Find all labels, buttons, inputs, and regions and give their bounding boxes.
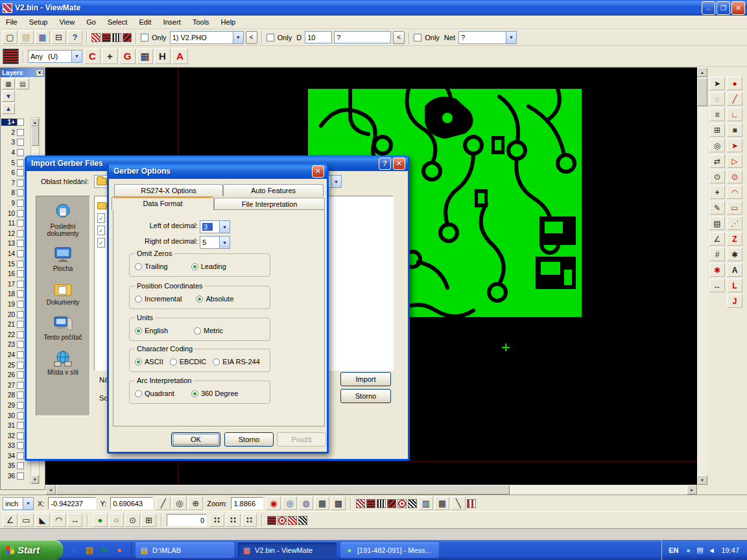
place-network[interactable]: Místa v síti [38, 350, 88, 376]
grid-1-icon[interactable]: ▦ [314, 496, 329, 510]
layer-visibility-box[interactable] [17, 119, 24, 126]
layer-visibility-box[interactable] [17, 129, 24, 136]
dropdown-arrow-icon[interactable] [233, 32, 243, 43]
letter-c-icon[interactable]: C [84, 49, 101, 64]
ring-icon[interactable]: ◌ [709, 92, 725, 106]
pat-2-icon[interactable] [267, 516, 276, 525]
ie-icon[interactable]: e [68, 544, 81, 557]
ruler-icon[interactable]: ▭ [19, 513, 34, 527]
new-doc-icon[interactable]: ▢ [3, 30, 18, 44]
arc2-icon[interactable]: ◠ [51, 513, 66, 527]
layer-visibility-box[interactable] [17, 422, 24, 429]
pat-6-icon[interactable] [298, 516, 307, 525]
layer-visibility-box[interactable] [17, 311, 24, 318]
only-layer-checkbox[interactable] [141, 34, 148, 41]
minimize-button[interactable] [702, 1, 715, 15]
grid-4-icon[interactable]: ▦ [434, 496, 449, 510]
save-icon[interactable]: ▦ [35, 30, 50, 44]
menu-file[interactable]: File [0, 17, 23, 27]
menu-help[interactable]: Help [215, 17, 242, 27]
layer-visibility-box[interactable] [17, 220, 24, 227]
letter-a2-icon[interactable]: A [727, 263, 742, 277]
scroll-left-icon[interactable] [45, 485, 56, 495]
units-select[interactable]: inch [3, 497, 34, 510]
scroll-right-icon[interactable] [687, 485, 697, 495]
only-dcode-checkbox[interactable] [267, 34, 274, 41]
layers-close-icon[interactable] [36, 69, 43, 76]
dot-icon[interactable]: ● [727, 76, 742, 90]
radio-english[interactable]: English [135, 327, 168, 334]
pat-4-icon[interactable] [387, 499, 396, 508]
layer-table-icon[interactable] [2, 78, 15, 89]
layer-visibility-box[interactable] [17, 452, 24, 460]
tab-auto-features[interactable]: Auto Features [223, 184, 324, 196]
layer-visibility-box[interactable] [17, 391, 24, 399]
layer-visibility-box[interactable] [17, 371, 24, 379]
zoom-fit-icon[interactable]: ◍ [298, 496, 313, 510]
diag-icon[interactable]: ╱ [156, 496, 171, 510]
menu-tools[interactable]: Tools [187, 17, 215, 27]
layer-row[interactable]: 3 [1, 137, 30, 148]
zoom-sm-icon[interactable]: ⊙ [709, 170, 725, 183]
layer-visibility-box[interactable] [17, 189, 24, 196]
dcode-input[interactable]: 10 [305, 31, 332, 43]
title-bar[interactable]: V2.bin - ViewMate [0, 0, 747, 16]
layer-visibility-box[interactable] [17, 432, 24, 439]
hook-icon[interactable]: J [727, 294, 742, 308]
sel-e-icon[interactable] [3, 49, 19, 64]
sel-a-icon[interactable] [91, 33, 101, 42]
layer-row[interactable]: 2 [1, 128, 30, 138]
target2-icon[interactable]: ◎ [172, 496, 187, 510]
grid-icon[interactable]: ▦ [137, 49, 153, 64]
arc-icon[interactable]: ◠ [727, 185, 742, 199]
tray-a-icon[interactable]: ● [683, 545, 693, 555]
layer-move-up-icon[interactable] [2, 103, 15, 114]
zig-icon[interactable]: Z [727, 232, 742, 246]
go-icon[interactable]: ➤ [98, 544, 111, 557]
corner-icon[interactable]: ∟ [727, 108, 742, 121]
canvas-vertical-scrollbar[interactable] [697, 67, 707, 485]
pat-1-icon[interactable] [356, 499, 365, 508]
note-icon[interactable]: ✎ [709, 201, 725, 215]
layer-visibility-box[interactable] [17, 281, 24, 288]
meas-icon[interactable]: ∠ [709, 232, 725, 246]
radio-absolute[interactable]: Absolute [196, 295, 233, 303]
layer-visibility-box[interactable] [17, 169, 24, 176]
layer-visibility-box[interactable] [17, 321, 24, 328]
angle-icon[interactable]: ∠ [3, 513, 18, 527]
gerber-close-button[interactable] [312, 165, 324, 178]
scroll-thumb[interactable] [56, 485, 510, 495]
gerber-cancel-button[interactable]: Storno [224, 432, 274, 447]
radio-quadrant[interactable]: Quadrant [135, 390, 174, 397]
cursor-icon[interactable]: ➤ [709, 76, 725, 90]
left-of-decimal-select[interactable]: 3 [200, 220, 230, 233]
start-button[interactable]: Start [0, 540, 63, 560]
rect-icon[interactable]: ▭ [727, 201, 742, 215]
task-mlab[interactable]: D:\MLAB [136, 542, 234, 558]
layer-visibility-box[interactable] [17, 290, 24, 298]
folder-icon[interactable]: ▤ [83, 544, 96, 557]
prev-layer-button[interactable]: < [246, 31, 257, 44]
layer-visibility-box[interactable] [17, 149, 24, 156]
help-button[interactable]: ? [379, 158, 391, 170]
tray-c-icon[interactable]: ◄ [706, 545, 717, 555]
layer-visibility-box[interactable] [17, 341, 24, 348]
grid-sm-icon[interactable]: ⊞ [709, 123, 725, 137]
layers-icon[interactable]: ▤ [709, 216, 725, 230]
layer-visibility-box[interactable] [17, 301, 24, 308]
apply-button[interactable]: Použít [277, 432, 326, 447]
prev-dcode-button[interactable]: < [393, 31, 405, 44]
place-documents[interactable]: Dokumenty [38, 281, 88, 306]
radio-ascii[interactable]: ASCII [135, 358, 163, 366]
tri-icon[interactable]: ▷ [727, 154, 742, 168]
any-filter-select[interactable]: Any (U) [28, 50, 82, 63]
layer-visibility-box[interactable] [17, 240, 24, 247]
stretch-icon[interactable]: H [154, 49, 171, 64]
scroll-down-icon[interactable] [697, 475, 707, 485]
restore-button[interactable] [717, 1, 730, 15]
layer-visibility-box[interactable] [17, 412, 24, 419]
radio-360-degree[interactable]: 360 Degree [191, 390, 239, 397]
signal-icon[interactable]: ● [93, 513, 108, 527]
layer-visibility-box[interactable] [17, 230, 24, 237]
layer-visibility-box[interactable] [17, 200, 24, 207]
